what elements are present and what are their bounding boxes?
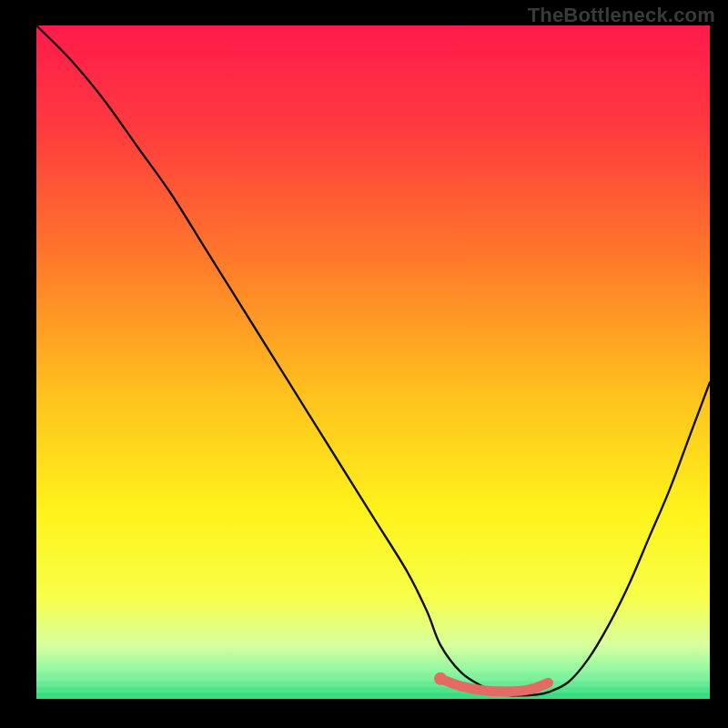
- green-band-stripe: [36, 684, 710, 687]
- chart-svg: [36, 25, 710, 699]
- green-band-stripe: [36, 690, 710, 693]
- green-band-stripe: [36, 693, 710, 696]
- watermark-text: TheBottleneck.com: [528, 4, 715, 27]
- gradient-background: [36, 25, 710, 699]
- green-band-stripe: [36, 682, 710, 684]
- plot-area: [36, 25, 710, 699]
- green-band-stripe: [36, 687, 710, 690]
- green-band-stripe: [36, 678, 710, 681]
- green-band-stripe: [36, 696, 710, 699]
- chart-frame: TheBottleneck.com: [0, 0, 728, 728]
- current-config-marker: [434, 672, 447, 685]
- green-band-stripe: [36, 675, 710, 678]
